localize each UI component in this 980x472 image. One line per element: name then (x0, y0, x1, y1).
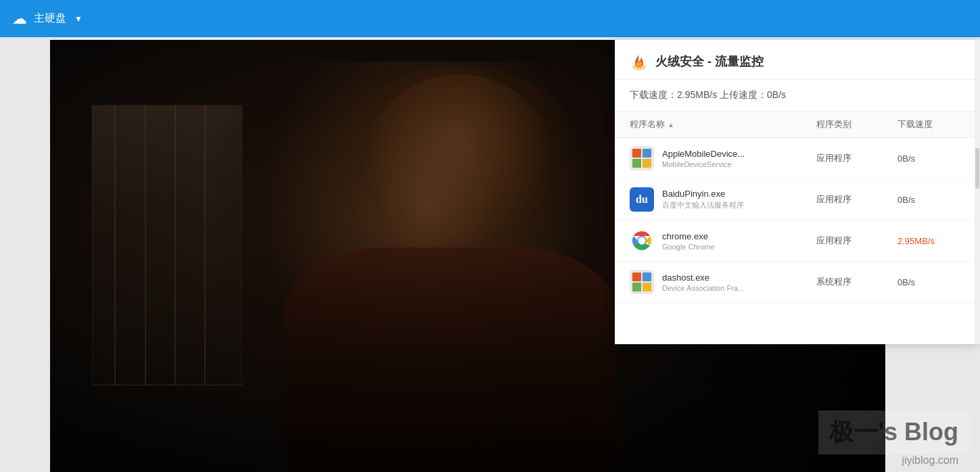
speed-info: 下载速度：2.95MB/s 上传速度：0B/s (615, 80, 980, 112)
app-name-baidu: BaiduPinyin.exe (662, 189, 744, 199)
light-bar-3 (174, 105, 176, 385)
app-icon-apple (630, 146, 654, 170)
app-category-chrome: 应用程序 (816, 235, 897, 247)
app-name-group-chrome: chrome.exe Google Chrome (662, 231, 715, 251)
apple-icon (630, 146, 654, 170)
app-subname-chrome: Google Chrome (662, 243, 715, 251)
table-row[interactable]: du BaiduPinyin.exe 百度中文输入法服务程序 应用程序 0B/s (615, 179, 980, 220)
app-name-dashost: dashost.exe (662, 273, 744, 283)
sort-icon: ▲ (668, 121, 674, 128)
app-category-baidu: 应用程序 (816, 193, 897, 206)
header-category: 程序类别 (816, 118, 897, 131)
header-name[interactable]: 程序名称 ▲ (630, 118, 816, 131)
app-name-group-dashost: dashost.exe Device Association Fra... (662, 273, 744, 292)
app-category-apple: 应用程序 (816, 152, 897, 164)
app-icon-dashost (630, 270, 654, 294)
svg-point-3 (638, 237, 646, 245)
light-bar-4 (204, 105, 206, 385)
app-speed-apple: 0B/s (897, 154, 965, 164)
app-speed-chrome: 2.95MB/s (897, 236, 965, 246)
light-bar-1 (114, 105, 116, 385)
app-icon-chrome (630, 229, 654, 253)
cloud-icon: ☁ (12, 10, 27, 28)
baidu-icon: du (630, 187, 654, 212)
app-info-chrome: chrome.exe Google Chrome (630, 229, 816, 253)
table-row[interactable]: dashost.exe Device Association Fra... 系统… (615, 262, 980, 303)
app-name-group-apple: AppleMobileDevice... MobileDeviceService (662, 149, 745, 168)
app-subname-apple: MobileDeviceService (662, 160, 745, 168)
app-icon-baidu: du (630, 187, 654, 212)
topbar: ☁ 主硬盘 ▼ (0, 0, 980, 37)
app-category-dashost: 系统程序 (816, 276, 897, 288)
panel-header: 火绒安全 - 流量监控 (615, 40, 980, 80)
app-name-group-baidu: BaiduPinyin.exe 百度中文输入法服务程序 (662, 189, 744, 210)
panel-scrollbar-thumb[interactable] (975, 148, 979, 189)
fire-icon (630, 52, 649, 71)
app-name-chrome: chrome.exe (662, 231, 715, 241)
chrome-icon (630, 229, 654, 253)
main-area: 火绒安全 - 流量监控 下载速度：2.95MB/s 上传速度：0B/s 程序名称… (0, 40, 980, 472)
panel-scrollbar[interactable] (975, 40, 980, 344)
table-header: 程序名称 ▲ 程序类别 下载速度 (615, 112, 980, 138)
person-body (284, 247, 618, 472)
device-icon (630, 270, 654, 294)
app-subname-dashost: Device Association Fra... (662, 284, 744, 292)
table-row[interactable]: AppleMobileDevice... MobileDeviceService… (615, 138, 980, 179)
app-speed-dashost: 0B/s (897, 277, 965, 287)
app-info-dashost: dashost.exe Device Association Fra... (630, 270, 816, 294)
topbar-title: 主硬盘 (34, 11, 66, 26)
table-body: AppleMobileDevice... MobileDeviceService… (615, 138, 980, 303)
topbar-dropdown-arrow[interactable]: ▼ (74, 14, 83, 24)
traffic-panel: 火绒安全 - 流量监控 下载速度：2.95MB/s 上传速度：0B/s 程序名称… (615, 40, 980, 344)
watermark-subtext: jiyiblog.com (902, 454, 969, 467)
header-download-speed: 下载速度 (897, 118, 965, 131)
app-speed-baidu: 0B/s (897, 195, 965, 205)
panel-title: 火绒安全 - 流量监控 (655, 53, 764, 70)
app-subname-baidu: 百度中文输入法服务程序 (662, 200, 744, 210)
app-info-baidu: du BaiduPinyin.exe 百度中文输入法服务程序 (630, 187, 816, 212)
app-info-apple: AppleMobileDevice... MobileDeviceService (630, 146, 816, 170)
light-bar-2 (145, 105, 146, 385)
app-name-apple: AppleMobileDevice... (662, 149, 745, 159)
table-row[interactable]: chrome.exe Google Chrome 应用程序 2.95MB/s (615, 220, 980, 262)
